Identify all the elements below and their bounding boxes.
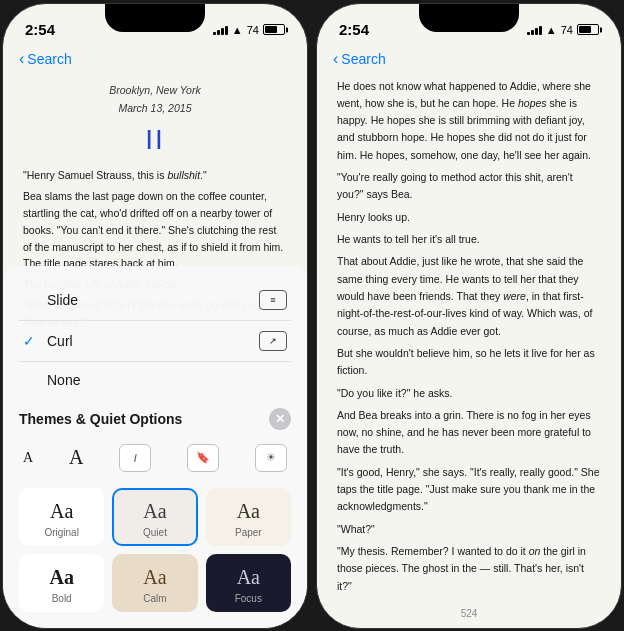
- book-content-right: He does not know what happened to Addie,…: [317, 74, 621, 604]
- slide-icon: ≡: [259, 290, 287, 310]
- page-number: 524: [317, 604, 621, 623]
- font-bookmark-btn[interactable]: 🔖: [187, 444, 219, 472]
- chapter-number: II: [23, 118, 287, 161]
- theme-bold-aa: Aa: [49, 566, 73, 589]
- time-left: 2:54: [25, 21, 55, 38]
- theme-grid: Aa Original Aa Quiet Aa Paper Aa Bold: [19, 488, 291, 612]
- right-phone: 2:54 ▲ 74 ‹: [316, 3, 622, 629]
- font-style-btn[interactable]: I: [119, 444, 151, 472]
- back-button-left[interactable]: ‹ Search: [19, 50, 72, 68]
- back-label-right: Search: [341, 51, 385, 67]
- wifi-icon-right: ▲: [546, 24, 557, 36]
- theme-original-aa: Aa: [50, 500, 73, 523]
- curl-label: Curl: [47, 333, 73, 349]
- back-chevron-icon: ‹: [19, 50, 24, 68]
- status-icons-right: ▲ 74: [527, 24, 599, 36]
- theme-paper-aa: Aa: [237, 500, 260, 523]
- battery-icon-right: [577, 24, 599, 35]
- book-date: March 13, 2015: [23, 100, 287, 116]
- brightness-icon: ☀: [266, 451, 276, 464]
- theme-calm[interactable]: Aa Calm: [112, 554, 197, 612]
- font-style-icon: I: [134, 452, 137, 464]
- theme-focus[interactable]: Aa Focus: [206, 554, 291, 612]
- back-label-left: Search: [27, 51, 71, 67]
- theme-paper[interactable]: Aa Paper: [206, 488, 291, 546]
- theme-quiet-aa: Aa: [143, 500, 166, 523]
- slide-option-slide[interactable]: Slide ≡: [19, 280, 291, 321]
- themes-title: Themes & Quiet Options: [19, 411, 182, 427]
- transition-options: Slide ≡ ✓ Curl ↗ None: [19, 280, 291, 398]
- wifi-icon: ▲: [232, 24, 243, 36]
- time-right: 2:54: [339, 21, 369, 38]
- signal-icon: [213, 24, 228, 35]
- theme-calm-aa: Aa: [143, 566, 166, 589]
- theme-bold-name: Bold: [52, 593, 72, 604]
- notch: [105, 4, 205, 32]
- bookmark-icon: 🔖: [196, 451, 210, 464]
- slide-label: Slide: [47, 292, 78, 308]
- theme-focus-name: Focus: [235, 593, 262, 604]
- curl-icon: ↗: [259, 331, 287, 351]
- theme-original-name: Original: [44, 527, 78, 538]
- signal-icon-right: [527, 24, 542, 35]
- none-label: None: [47, 372, 80, 388]
- slide-option-none[interactable]: None: [19, 362, 291, 398]
- book-location: Brooklyn, New York: [23, 82, 287, 98]
- themes-header: Themes & Quiet Options ✕: [19, 408, 291, 430]
- theme-original[interactable]: Aa Original: [19, 488, 104, 546]
- theme-quiet[interactable]: Aa Quiet: [112, 488, 197, 546]
- battery-text: 74: [247, 24, 259, 36]
- theme-focus-aa: Aa: [237, 566, 260, 589]
- font-large-a[interactable]: A: [69, 446, 83, 469]
- font-small-a[interactable]: A: [23, 450, 33, 466]
- theme-paper-name: Paper: [235, 527, 262, 538]
- notch-right: [419, 4, 519, 32]
- left-phone: 2:54 ▲ 74 ‹: [2, 3, 308, 629]
- back-chevron-right-icon: ‹: [333, 50, 338, 68]
- font-controls: A A I 🔖 ☀: [19, 436, 291, 480]
- close-button[interactable]: ✕: [269, 408, 291, 430]
- theme-bold[interactable]: Aa Bold: [19, 554, 104, 612]
- slide-panel: Slide ≡ ✓ Curl ↗ None: [3, 266, 307, 628]
- status-icons-left: ▲ 74: [213, 24, 285, 36]
- back-button-right[interactable]: ‹ Search: [333, 50, 386, 68]
- battery-icon: [263, 24, 285, 35]
- nav-bar-left: ‹ Search: [3, 48, 307, 74]
- theme-quiet-name: Quiet: [143, 527, 167, 538]
- font-brightness-btn[interactable]: ☀: [255, 444, 287, 472]
- slide-option-curl[interactable]: ✓ Curl ↗: [19, 321, 291, 362]
- nav-bar-right: ‹ Search: [317, 48, 621, 74]
- theme-calm-name: Calm: [143, 593, 166, 604]
- battery-text-right: 74: [561, 24, 573, 36]
